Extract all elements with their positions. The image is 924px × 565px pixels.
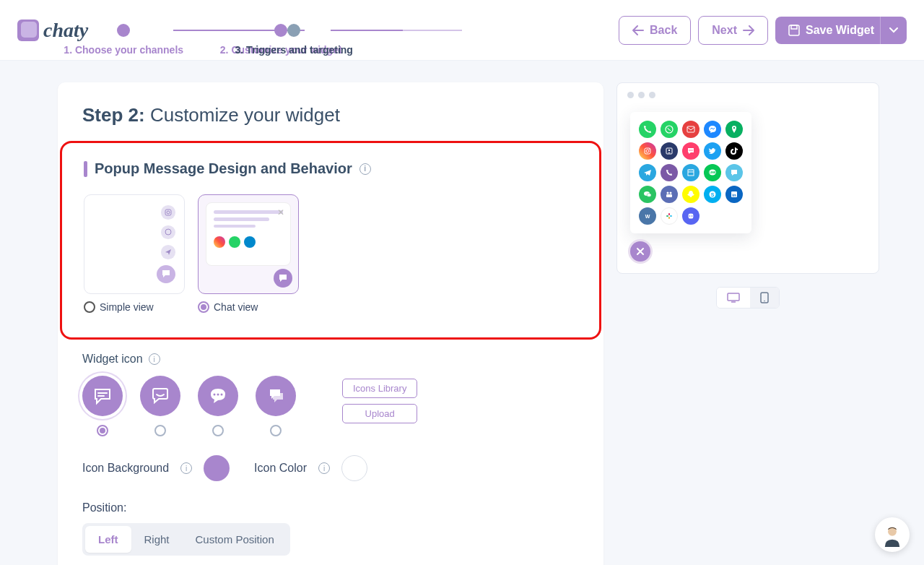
tg-icon[interactable] (639, 164, 656, 181)
svg-point-18 (692, 150, 692, 150)
svg-point-13 (649, 149, 650, 150)
svg-point-37 (692, 215, 693, 217)
line-icon[interactable]: LINE (704, 164, 721, 181)
info-icon[interactable]: i (180, 462, 192, 474)
mobile-view-button[interactable] (750, 288, 779, 308)
desktop-view-button[interactable] (717, 288, 750, 308)
svg-point-25 (670, 192, 672, 194)
svg-point-23 (647, 194, 651, 197)
radio-icon (198, 301, 209, 313)
icon-bg-label: Icon Background (82, 462, 169, 475)
arrow-right-icon (743, 25, 754, 35)
next-button[interactable]: Next (698, 16, 768, 45)
snap-icon[interactable] (682, 186, 699, 203)
radio-label: Chat view (214, 301, 258, 313)
map-icon[interactable] (725, 121, 743, 138)
svg-point-5 (214, 394, 216, 396)
vk-icon[interactable]: W (639, 207, 656, 225)
position-right-button[interactable]: Right (131, 526, 183, 553)
position-custom-button[interactable]: Custom Position (183, 526, 287, 553)
phone-icon[interactable] (639, 121, 656, 138)
svg-text:S: S (711, 192, 715, 197)
icon-option-1[interactable] (82, 376, 123, 436)
chat-view-radio[interactable]: Chat view (198, 301, 299, 313)
chat-fab-icon (274, 269, 292, 288)
save-widget-button[interactable]: Save Widget (775, 17, 887, 44)
icon-option-2[interactable] (140, 376, 180, 436)
li-icon[interactable]: in (725, 186, 743, 203)
radio-icon (270, 425, 282, 436)
vb-icon[interactable] (661, 164, 678, 181)
title-step: Step 2: (82, 104, 145, 126)
radio-icon (154, 425, 166, 436)
label-text: Widget icon (82, 353, 143, 366)
icons-library-button[interactable]: Icons Library (342, 379, 417, 398)
channel-icon-grid: LINESinW (630, 112, 751, 233)
svg-rect-1 (791, 25, 797, 29)
view-option-chat[interactable]: ✕ (198, 194, 299, 313)
section-heading: Popup Message Design and Behavior i (84, 160, 578, 177)
save-icon (788, 25, 800, 36)
svg-point-15 (668, 150, 670, 151)
svg-rect-26 (666, 194, 672, 197)
cal-icon[interactable] (682, 164, 699, 181)
text-line (214, 217, 269, 221)
preview-panel: LINESinW (616, 82, 879, 565)
support-avatar[interactable] (875, 517, 910, 552)
icon-option-4[interactable] (256, 376, 296, 436)
icon-option-3[interactable] (198, 376, 238, 436)
position-left-button[interactable]: Left (85, 526, 131, 553)
back-button[interactable]: Back (619, 16, 691, 45)
sms-icon[interactable] (682, 142, 699, 160)
widget-icon-section: Widget icon i (58, 340, 603, 556)
smile-chat-icon (140, 376, 180, 416)
icon-choices: Icons Library Upload (82, 376, 579, 436)
section-title-text: Popup Message Design and Behavior (95, 160, 352, 177)
step-connector (331, 30, 403, 31)
close-icon: ✕ (277, 207, 284, 217)
icon-bg-swatch[interactable] (204, 455, 230, 481)
step-dot-icon (287, 24, 300, 37)
wa-icon[interactable] (661, 121, 678, 138)
info-icon[interactable]: i (318, 462, 330, 474)
icon-color-swatch[interactable] (341, 455, 367, 481)
svg-text:W: W (645, 214, 650, 219)
upload-button[interactable]: Upload (342, 404, 417, 423)
view-mode-options: Simple view ✕ (84, 194, 578, 313)
double-chat-icon (256, 376, 296, 416)
card-icon[interactable] (661, 142, 678, 160)
svg-point-16 (689, 150, 689, 150)
mail-icon[interactable] (682, 121, 699, 138)
teams-icon[interactable] (661, 186, 678, 203)
chat-icon[interactable] (725, 164, 743, 181)
title-rest: Customize your widget (145, 104, 340, 126)
radio-icon (84, 301, 95, 313)
progress-steps: 1. Choose your channels 2. Customize you… (117, 24, 619, 37)
step-1[interactable]: 1. Choose your channels (117, 24, 130, 37)
wc-icon[interactable] (639, 186, 656, 203)
info-icon[interactable]: i (149, 353, 160, 365)
svg-point-40 (764, 301, 765, 302)
msgr-icon[interactable] (704, 121, 721, 138)
step-2[interactable]: 2. Customize your widget (274, 24, 287, 37)
svg-point-3 (167, 211, 170, 214)
disc-icon[interactable] (682, 207, 699, 225)
step-3[interactable]: 3. Triggers and targeting (287, 24, 300, 37)
skype-icon[interactable]: S (704, 186, 721, 203)
settings-panel: Step 2: Customize your widget Popup Mess… (58, 82, 603, 565)
close-fab[interactable] (630, 241, 650, 262)
svg-rect-33 (670, 215, 672, 217)
tk-icon[interactable] (725, 142, 743, 160)
instagram-icon (161, 205, 175, 220)
svg-rect-35 (666, 215, 668, 217)
save-dropdown-button[interactable] (880, 17, 907, 44)
tw-icon[interactable] (704, 142, 721, 160)
ig-icon[interactable] (639, 142, 656, 160)
arrow-left-icon (632, 25, 644, 35)
svg-point-24 (667, 192, 669, 194)
step-dot-icon (117, 24, 130, 37)
slack-icon[interactable] (661, 207, 678, 225)
info-icon[interactable]: i (359, 163, 371, 175)
view-option-simple[interactable]: Simple view (84, 194, 185, 313)
simple-view-radio[interactable]: Simple view (84, 301, 185, 313)
